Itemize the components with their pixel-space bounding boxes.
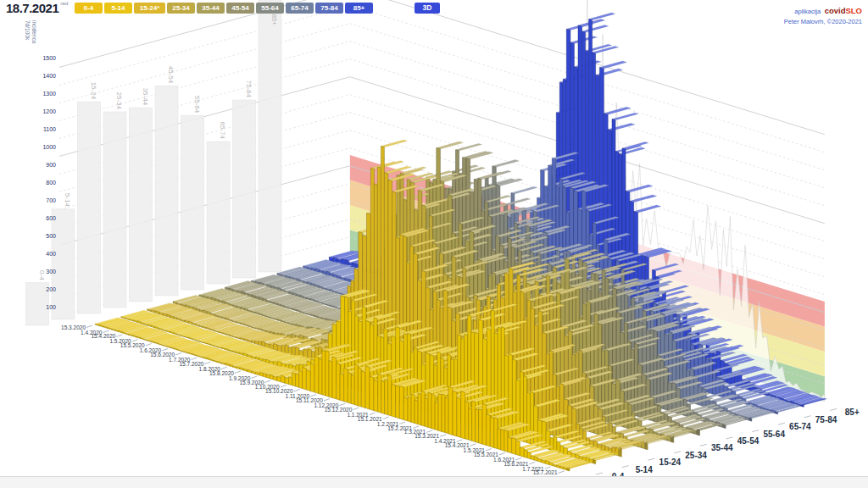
age-axis-label-75-84: 75-84 [815, 415, 837, 424]
mode-3d-button[interactable]: 3D [415, 3, 440, 14]
covid-slo-3d-app: 0-45-1415-2425-3435-4445-5455-6465-7475-… [0, 0, 868, 488]
age-button-5-14[interactable]: 5-14 [104, 3, 132, 14]
y-tick-1400: 1400 [42, 73, 56, 79]
age-axis-label-5-14: 5-14 [636, 465, 653, 474]
y-tick-1200: 1200 [42, 108, 56, 114]
ghost-bar-45-54 [155, 86, 178, 296]
date-tick-label: 15.7.2021 [533, 469, 558, 475]
ghost-bar-85+ [259, 0, 281, 272]
y-tick-900: 900 [46, 162, 56, 168]
selected-date-label: 18.7.2021 [6, 1, 58, 15]
bottom-strip [0, 476, 868, 488]
age-button-85plus[interactable]: 85+ [345, 3, 373, 14]
ghost-bar-label-45-54: 45-54 [167, 66, 175, 84]
y-tick-700: 700 [46, 197, 56, 203]
y-tick-1000: 1000 [42, 144, 56, 150]
ghost-bar-label-55-64: 55-64 [193, 96, 201, 114]
credits: aplikacija covidSLO Peter Malovrh, ©2020… [784, 1, 862, 25]
y-axis: 1002003004005006007008009001000110012001… [25, 20, 56, 310]
y-axis-title: 7d/100kincidenca [25, 20, 37, 44]
ghost-bar-5-14 [52, 209, 75, 319]
y-tick-1100: 1100 [43, 126, 56, 132]
ghost-bar-label-0-4: 0-4 [38, 270, 46, 280]
y-tick-500: 500 [46, 233, 56, 239]
age-axis-label-85+: 85+ [845, 408, 860, 417]
ghost-bar-label-35-44: 35-44 [142, 88, 149, 106]
ridge-chart-3d: 0-45-1415-2425-3435-4445-5455-6465-7475-… [0, 0, 868, 488]
header-bar: 18.7.2021ned 0-45-1415-24*25-3435-4445-5… [0, 0, 868, 19]
credits-prefix: aplikacija [794, 8, 821, 15]
age-button-75-84[interactable]: 75-84 [315, 3, 343, 14]
ghost-bar-label-75-84: 75-84 [245, 80, 253, 98]
age-button-65-74[interactable]: 65-74 [286, 3, 314, 14]
y-tick-1300: 1300 [42, 91, 56, 97]
age-button-45-54[interactable]: 45-54 [226, 3, 254, 14]
y-tick-400: 400 [46, 251, 56, 257]
age-button-25-34[interactable]: 25-34 [167, 3, 195, 14]
age-axis-label-65-74: 65-74 [789, 422, 811, 431]
selected-date[interactable]: 18.7.2021ned [6, 1, 68, 15]
credits-byline: Peter Malovrh, ©2020-2021 [784, 18, 862, 25]
ghost-bar-label-15-24: 15-24 [90, 82, 97, 100]
age-button-15-24[interactable]: 15-24* [134, 3, 165, 14]
ghost-bar-label-65-74: 65-74 [219, 122, 226, 140]
age-button-55-64[interactable]: 55-64 [256, 3, 284, 14]
ghost-bar-65-74 [207, 141, 230, 284]
y-tick-300: 300 [46, 269, 56, 274]
age-axis-label-35-44: 35-44 [711, 443, 733, 452]
y-tick-800: 800 [46, 180, 56, 186]
ghost-bar-label-25-34: 25-34 [115, 92, 123, 110]
age-group-legend: 0-45-1415-24*25-3435-4445-5455-6465-7475… [75, 3, 373, 14]
ghost-bar-75-84 [233, 100, 256, 278]
y-tick-100: 100 [46, 304, 56, 310]
ghost-bar-55-64 [181, 115, 204, 290]
age-axis-label-45-54: 45-54 [737, 436, 760, 446]
age-button-0-4[interactable]: 0-4 [75, 3, 103, 14]
ghost-bar-35-44 [130, 108, 153, 302]
y-tick-200: 200 [46, 286, 56, 292]
age-axis-label-55-64: 55-64 [763, 430, 785, 439]
age-axis-label-15-24: 15-24 [659, 458, 682, 467]
ghost-bar-15-24 [78, 102, 101, 313]
ghost-age-histogram: 0-45-1415-2425-3435-4445-5455-6465-7475-… [26, 0, 282, 325]
credits-brand-slo: SLO [845, 6, 862, 15]
ghost-bar-25-34 [103, 112, 126, 308]
ghost-bar-label-5-14: 5-14 [64, 193, 71, 208]
age-axis-label-25-34: 25-34 [685, 451, 707, 460]
credits-line1: aplikacija covidSLO [784, 1, 862, 18]
age-button-35-44[interactable]: 35-44 [197, 3, 225, 14]
selected-date-weekday: ned [60, 1, 68, 6]
credits-brand-covid: covid [825, 6, 846, 15]
y-tick-600: 600 [46, 215, 56, 221]
y-tick-1500: 1500 [42, 55, 56, 61]
